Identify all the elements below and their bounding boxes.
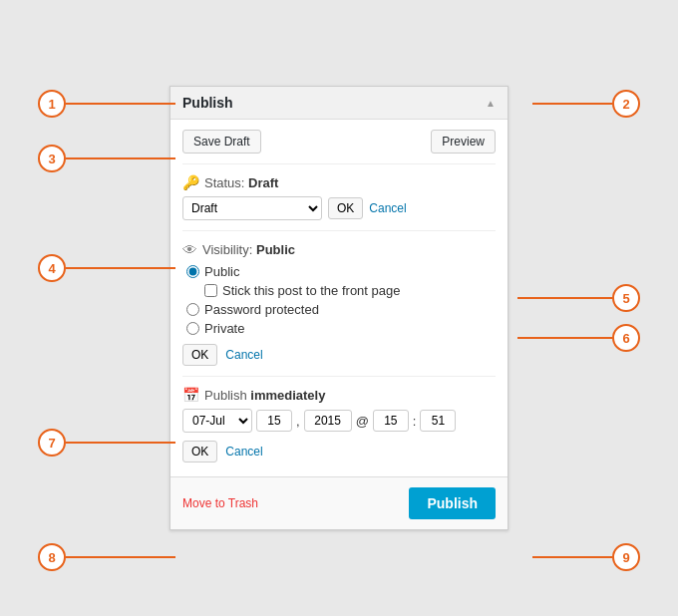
password-label: Password protected	[204, 302, 319, 317]
publish-date-row: 07-Jul , @ :	[182, 409, 496, 433]
public-radio[interactable]	[186, 265, 199, 278]
schedule-ok-cancel-row: OK Cancel	[182, 441, 496, 462]
private-radio[interactable]	[186, 322, 199, 335]
visibility-section: 👁 Visibility: Public Public Stick this p…	[182, 241, 496, 366]
publish-button[interactable]: Publish	[409, 487, 496, 519]
password-option: Password protected	[182, 302, 496, 317]
publish-schedule-text: Publish immediately	[204, 388, 325, 403]
panel-title: Publish	[182, 95, 233, 111]
annotation-1: 1	[38, 90, 66, 118]
divider-3	[182, 376, 496, 377]
publish-schedule-label-row: 📅 Publish immediately	[182, 387, 496, 403]
annotation-4: 4	[38, 254, 66, 282]
annotation-5: 5	[612, 284, 640, 312]
comma-separator: ,	[296, 414, 300, 429]
annot-line-1	[66, 103, 175, 105]
private-label: Private	[204, 321, 244, 336]
publish-schedule-section: 📅 Publish immediately 07-Jul , @ :	[182, 387, 496, 462]
status-ok-button[interactable]: OK	[328, 197, 363, 219]
move-to-trash-link[interactable]: Move to Trash	[182, 496, 258, 510]
status-select[interactable]: Draft Pending Review	[182, 196, 322, 220]
visibility-label: Visibility: Public	[202, 242, 295, 257]
annot-line-2	[532, 103, 612, 105]
at-label: @	[356, 414, 369, 429]
minute-input[interactable]	[420, 410, 456, 432]
panel-header: Publish ▲	[170, 87, 508, 120]
divider-1	[182, 163, 496, 164]
annotation-8: 8	[38, 543, 66, 571]
public-label: Public	[204, 264, 239, 279]
private-option: Private	[182, 321, 496, 336]
visibility-ok-button[interactable]: OK	[182, 344, 217, 366]
annot-line-5	[517, 297, 612, 299]
visibility-ok-cancel-row: OK Cancel	[182, 344, 496, 366]
sticky-label: Stick this post to the front page	[222, 283, 401, 298]
divider-2	[182, 230, 496, 231]
panel-body: Save Draft Preview 🔑 Status: Draft Draft…	[170, 120, 508, 476]
schedule-cancel-link[interactable]: Cancel	[225, 445, 262, 459]
outer-wrapper: 1 2 3 4 5 6 7 8 9 Publish ▲ Save Draft P…	[0, 0, 678, 616]
annotation-6: 6	[612, 324, 640, 352]
status-row: 🔑 Status: Draft	[182, 174, 496, 190]
status-cancel-link[interactable]: Cancel	[369, 201, 406, 215]
date-select[interactable]: 07-Jul	[182, 409, 252, 433]
status-select-row: Draft Pending Review OK Cancel	[182, 196, 496, 220]
preview-button[interactable]: Preview	[431, 130, 496, 154]
annot-line-8	[66, 556, 175, 558]
hour-input[interactable]	[373, 410, 409, 432]
day-input[interactable]	[256, 410, 292, 432]
colon-label: :	[413, 414, 417, 429]
annotation-7: 7	[38, 429, 66, 457]
status-label: Status: Draft	[204, 175, 278, 190]
save-draft-button[interactable]: Save Draft	[182, 130, 261, 154]
sticky-option: Stick this post to the front page	[182, 283, 496, 298]
annot-line-9	[532, 556, 612, 558]
password-radio[interactable]	[186, 303, 199, 316]
eye-icon: 👁	[182, 241, 197, 258]
visibility-cancel-link[interactable]: Cancel	[225, 348, 262, 362]
annotation-3: 3	[38, 145, 66, 172]
public-option: Public	[182, 264, 496, 279]
visibility-row: 👁 Visibility: Public	[182, 241, 496, 258]
publish-schedule-value: immediately	[250, 388, 325, 403]
year-input[interactable]	[304, 410, 352, 432]
key-icon: 🔑	[182, 174, 199, 190]
annot-line-3	[66, 157, 175, 159]
panel-footer: Move to Trash Publish	[170, 476, 508, 529]
calendar-icon: 📅	[182, 387, 199, 403]
schedule-ok-button[interactable]: OK	[182, 441, 217, 462]
panel-collapse-arrow[interactable]: ▲	[486, 98, 496, 109]
annot-line-7	[66, 442, 175, 444]
annotation-2: 2	[612, 90, 640, 118]
publish-panel: Publish ▲ Save Draft Preview 🔑 Status: D…	[170, 86, 508, 530]
status-value: Draft	[248, 175, 278, 190]
visibility-value: Public	[256, 242, 295, 257]
draft-preview-row: Save Draft Preview	[182, 130, 496, 154]
annotation-9: 9	[612, 543, 640, 571]
annot-line-4	[66, 267, 175, 269]
annot-line-6	[517, 337, 612, 339]
sticky-checkbox[interactable]	[204, 284, 217, 297]
